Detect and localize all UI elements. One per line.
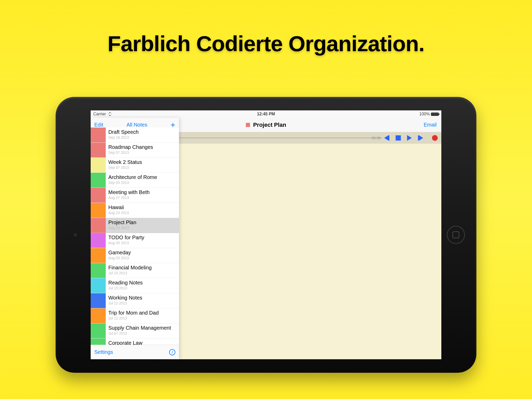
note-title: Project Plan	[253, 122, 286, 128]
color-swatch	[91, 128, 106, 142]
color-swatch	[91, 218, 106, 233]
note-date: Sep 07 2013	[108, 150, 176, 155]
list-item[interactable]: GamedayAug 03 2013	[91, 248, 179, 263]
color-swatch	[91, 263, 106, 278]
list-item[interactable]: Reading NotesJul 15 2013	[91, 278, 179, 293]
forward-button[interactable]	[418, 135, 423, 141]
list-item[interactable]: TODO for PartyAug 05 2013	[91, 233, 179, 248]
info-icon[interactable]: i	[169, 349, 175, 355]
wifi-icon	[108, 112, 112, 116]
note-date: Sep 03 2013	[108, 181, 176, 185]
note-date: Aug 03 2013	[108, 256, 176, 260]
note-name: Week 2 Status	[108, 159, 176, 165]
ipad-screen: Carrier 12:45 PM 100% Project Plan Email	[91, 110, 441, 359]
list-item[interactable]: Trip for Mom and DadJul 11 2013	[91, 308, 179, 323]
color-swatch	[91, 158, 106, 172]
note-name: Supply Chain Management	[108, 325, 176, 331]
color-swatch	[91, 203, 106, 218]
list-item[interactable]: Roadmap ChangesSep 07 2013	[91, 143, 179, 158]
email-button[interactable]: Email	[424, 122, 437, 128]
color-swatch	[91, 323, 106, 338]
note-name: Roadmap Changes	[108, 144, 176, 150]
note-date: Jul 11 2013	[108, 316, 176, 320]
color-swatch	[91, 248, 106, 263]
marketing-headline: Farblich Codierte Organization.	[0, 31, 532, 56]
note-date: Jul 12 2013	[108, 301, 176, 305]
battery-icon	[431, 112, 439, 116]
note-name: TODO for Party	[108, 235, 176, 241]
color-swatch	[91, 188, 106, 203]
list-item[interactable]: Draft SpeechSep 18 2013	[91, 128, 179, 143]
battery-percent: 100%	[419, 112, 430, 116]
note-date: Aug 23 2013	[108, 226, 176, 230]
note-name: Architecture of Rome	[108, 174, 176, 180]
notes-sidebar: Edit All Notes + Draft SpeechSep 18 2013…	[91, 118, 179, 359]
note-name: Project Plan	[108, 220, 176, 225]
note-name: Draft Speech	[108, 129, 176, 135]
home-button[interactable]	[447, 226, 465, 244]
note-color-chip	[246, 123, 250, 127]
note-name: Corporate Law	[108, 340, 176, 345]
color-swatch	[91, 143, 106, 157]
clock: 12:45 PM	[208, 112, 323, 116]
list-item[interactable]: Working NotesJul 12 2013	[91, 293, 179, 308]
color-swatch	[91, 173, 106, 188]
settings-button[interactable]: Settings	[94, 349, 113, 355]
sidebar-title[interactable]: All Notes	[127, 122, 147, 128]
list-item[interactable]: Week 2 StatusSep 07 2013	[91, 158, 179, 173]
note-date: Jul 15 2013	[108, 286, 176, 290]
color-swatch	[91, 308, 106, 323]
list-item[interactable]: Financial ModelingJul 23 2013	[91, 263, 179, 278]
color-swatch	[91, 233, 106, 248]
note-date: Aug 23 2013	[108, 211, 176, 215]
note-date: Jul 07 2013	[108, 331, 176, 335]
note-list[interactable]: Draft SpeechSep 18 2013Roadmap ChangesSe…	[91, 128, 179, 345]
color-swatch	[91, 338, 106, 345]
stop-button[interactable]	[396, 135, 401, 141]
list-item[interactable]: Project PlanAug 23 2013	[91, 218, 179, 233]
carrier-label: Carrier	[93, 112, 106, 116]
note-name: Reading Notes	[108, 280, 176, 286]
play-button[interactable]	[407, 135, 412, 141]
note-date: Aug 05 2013	[108, 241, 176, 245]
list-item[interactable]: Corporate LawJul 04 2013	[91, 338, 179, 345]
list-item[interactable]: Meeting with BethAug 27 2013	[91, 188, 179, 203]
note-name: Meeting with Beth	[108, 189, 176, 195]
color-swatch	[91, 293, 106, 308]
note-date: Aug 27 2013	[108, 196, 176, 200]
ipad-frame: Carrier 12:45 PM 100% Project Plan Email	[56, 97, 476, 373]
rewind-button[interactable]	[384, 135, 389, 141]
status-bar: Carrier 12:45 PM 100%	[91, 110, 441, 118]
note-date: Jul 23 2013	[108, 271, 176, 275]
note-date: Sep 07 2013	[108, 165, 176, 170]
note-name: Trip for Mom and Dad	[108, 310, 176, 316]
list-item[interactable]: Architecture of RomeSep 03 2013	[91, 173, 179, 188]
note-name: Hawaii	[108, 204, 176, 210]
list-item[interactable]: HawaiiAug 23 2013	[91, 203, 179, 218]
note-name: Gameday	[108, 250, 176, 256]
note-name: Working Notes	[108, 295, 176, 301]
list-item[interactable]: Supply Chain ManagementJul 07 2013	[91, 323, 179, 338]
edit-button[interactable]: Edit	[94, 122, 103, 128]
color-swatch	[91, 278, 106, 293]
note-date: Sep 18 2013	[108, 135, 176, 139]
note-name: Financial Modeling	[108, 265, 176, 271]
record-button[interactable]	[432, 135, 438, 141]
sidebar-footer: Settings i	[91, 345, 179, 359]
